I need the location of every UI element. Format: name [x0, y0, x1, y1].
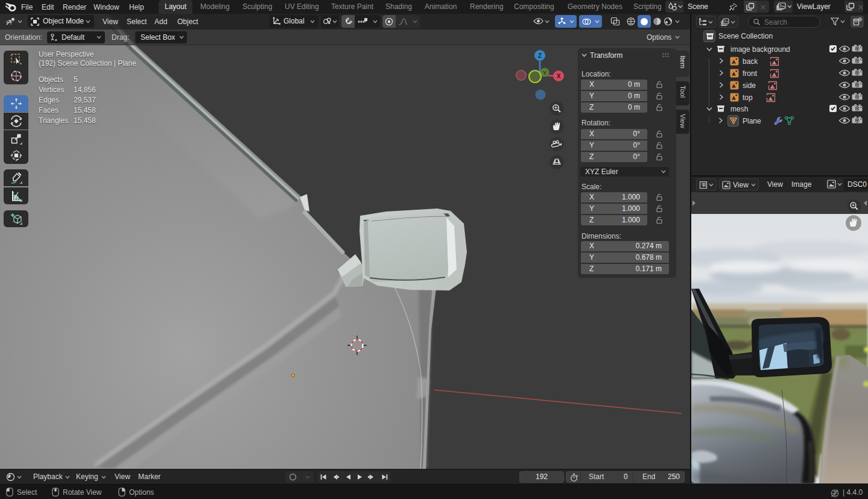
svg-text:X: X: [557, 73, 561, 80]
svg-text:Z: Z: [538, 52, 542, 59]
svg-text:Y: Y: [543, 70, 546, 76]
